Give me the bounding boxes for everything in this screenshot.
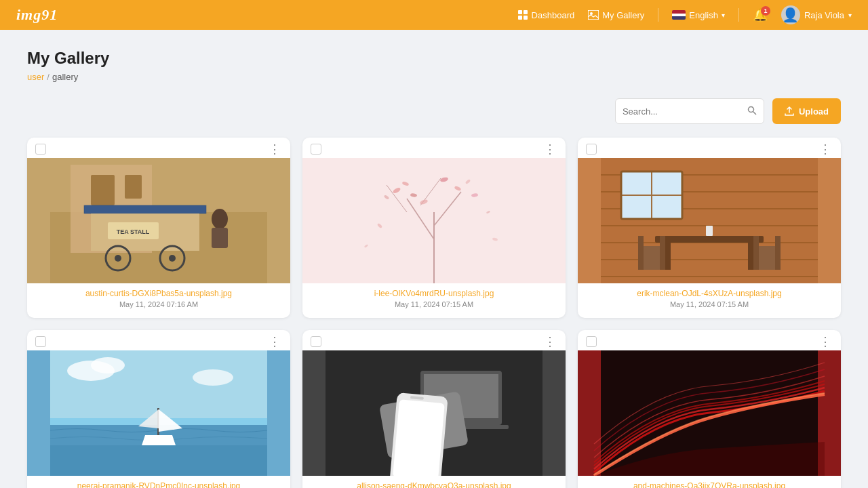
gallery-card-3: ⋮ [27,330,290,488]
svg-rect-64 [775,236,781,270]
card-info-2: erik-mclean-OJdL-4sXUzA-unsplash.jpg May… [578,289,841,318]
search-button[interactable] [747,106,757,117]
search-box [615,98,764,124]
svg-line-7 [753,111,756,115]
dashboard-icon [517,9,528,20]
upload-label: Upload [799,106,829,117]
card-image-svg-1 [302,158,566,283]
card-image-svg-3 [27,350,290,476]
card-checkbox-0[interactable] [35,144,46,155]
card-image-svg-2 [578,158,841,283]
language-chevron-icon: ▾ [722,12,725,19]
card-info-4: allison-saeng-dKmwbcvaQ3a-unsplash.jpg M… [302,481,566,488]
card-menu-button-5[interactable]: ⋮ [818,336,833,348]
gallery-card-1: ⋮ [302,138,566,318]
avatar: 👤 [781,5,800,24]
svg-rect-1 [524,10,528,14]
card-filename-2[interactable]: erik-mclean-OJdL-4sXUzA-unsplash.jpg [587,289,831,298]
avatar-icon: 👤 [782,7,799,23]
language-label: English [689,10,718,20]
nav-dashboard[interactable]: Dashboard [517,9,575,20]
language-flag [672,10,686,20]
card-checkbox-1[interactable] [311,144,321,155]
svg-text:TEA STALL: TEA STALL [117,228,150,235]
svg-rect-13 [84,205,206,214]
nav-divider-2 [738,8,739,22]
card-filename-1[interactable]: i-lee-OlKVo4mrdRU-unsplash.jpg [312,289,556,298]
notification-badge: 1 [761,6,770,16]
gallery-card-0: ⋮ [27,138,290,318]
card-date-1: May 11, 2024 07:15 AM [312,300,556,308]
svg-point-70 [193,369,233,386]
upload-button[interactable]: Upload [772,98,841,124]
card-menu-button-1[interactable]: ⋮ [542,143,557,155]
card-menu-button-4[interactable]: ⋮ [542,336,557,348]
card-info-1: i-lee-OlKVo4mrdRU-unsplash.jpg May 11, 2… [302,289,566,318]
svg-rect-11 [91,175,115,205]
breadcrumb-user[interactable]: user [27,72,44,82]
card-image-0: TEA STALL [27,158,290,283]
card-image-4 [302,350,566,476]
card-checkbox-5[interactable] [586,336,597,347]
svg-point-17 [115,255,121,262]
user-menu-chevron-icon: ▾ [848,12,852,19]
card-header-4: ⋮ [302,330,566,350]
card-checkbox-3[interactable] [35,336,46,347]
nav-my-gallery[interactable]: My Gallery [588,10,644,20]
svg-rect-2 [518,16,522,20]
svg-rect-4 [588,10,599,20]
card-image-svg-5 [578,350,841,476]
svg-point-69 [91,357,125,373]
gallery-grid: ⋮ [27,138,841,488]
card-header-3: ⋮ [27,330,290,350]
header-nav: Dashboard My Gallery English ▾ 🔔 1 👤 Raj… [517,5,852,24]
dashboard-label: Dashboard [532,10,575,20]
card-menu-button-3[interactable]: ⋮ [267,336,282,348]
card-image-5 [578,350,841,476]
card-image-2 [578,158,841,283]
gallery-card-2: ⋮ [578,138,841,318]
card-menu-button-0[interactable]: ⋮ [267,143,282,155]
card-info-3: neeraj-pramanik-RVDnPmc0Inc-unsplash.jpg… [27,481,290,488]
svg-rect-23 [212,228,228,248]
nav-divider-1 [658,8,658,22]
user-menu[interactable]: 👤 Raja Viola ▾ [781,5,852,24]
card-header-5: ⋮ [578,330,841,350]
card-header-2: ⋮ [578,138,841,158]
nav-language[interactable]: English ▾ [672,10,725,20]
card-menu-button-2[interactable]: ⋮ [818,143,833,155]
svg-point-5 [590,12,593,15]
page-title: My Gallery [27,49,841,68]
card-info-5: and-machines-Oa3iix7QVRa-unsplash.jpg Ma… [578,481,841,488]
card-filename-0[interactable]: austin-curtis-DGXi8Pbas5a-unsplash.jpg [37,289,281,298]
svg-rect-61 [660,236,665,270]
svg-point-19 [169,255,176,262]
breadcrumb-separator: / [47,72,50,82]
svg-rect-56 [655,236,764,243]
card-checkbox-2[interactable] [586,144,597,155]
card-filename-3[interactable]: neeraj-pramanik-RVDnPmc0Inc-unsplash.jpg [37,481,281,488]
svg-rect-3 [524,16,528,20]
card-filename-5[interactable]: and-machines-Oa3iix7QVRa-unsplash.jpg [587,481,831,488]
card-header-1: ⋮ [302,138,566,158]
card-filename-4[interactable]: allison-saeng-dKmwbcvaQ3a-unsplash.jpg [312,481,556,488]
breadcrumb-gallery: gallery [52,72,78,82]
svg-rect-57 [665,243,671,270]
upload-icon [785,106,794,116]
breadcrumb: user / gallery [27,72,841,82]
toolbar: Upload [27,98,841,124]
search-input[interactable] [623,106,747,117]
card-date-2: May 11, 2024 07:15 AM [587,300,831,308]
header: img91 Dashboard My Gallery English ▾ [0,0,868,30]
my-gallery-label: My Gallery [602,10,644,20]
svg-rect-0 [518,10,522,14]
svg-rect-65 [706,226,713,236]
card-image-1 [302,158,566,283]
app-logo: img91 [16,6,58,24]
card-checkbox-4[interactable] [311,336,321,347]
main-content: My Gallery user / gallery Upload [0,30,868,488]
svg-rect-63 [753,236,759,270]
gallery-card-5: ⋮ [578,330,841,488]
svg-rect-58 [748,243,753,270]
notifications-button[interactable]: 🔔 1 [753,9,768,22]
